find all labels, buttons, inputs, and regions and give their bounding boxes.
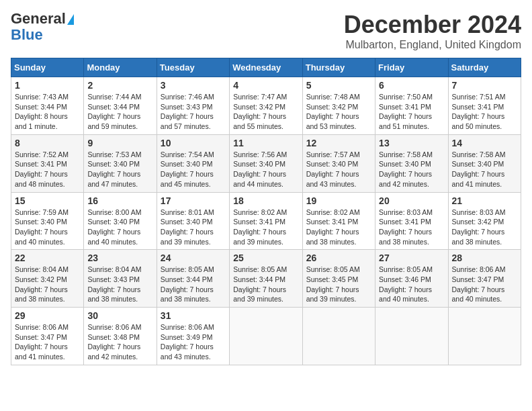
- day-info: Sunrise: 8:05 AMSunset: 3:44 PMDaylight:…: [233, 265, 298, 304]
- day-number: 4: [233, 80, 298, 91]
- day-info: Sunrise: 7:44 AMSunset: 3:44 PMDaylight:…: [87, 92, 152, 132]
- day-info: Sunrise: 8:03 AMSunset: 3:41 PMDaylight:…: [379, 208, 444, 247]
- calendar-cell: 25Sunrise: 8:05 AMSunset: 3:44 PMDayligh…: [230, 250, 302, 308]
- calendar-week-row: 1Sunrise: 7:43 AMSunset: 3:44 PMDaylight…: [11, 77, 521, 135]
- calendar-cell: 24Sunrise: 8:05 AMSunset: 3:44 PMDayligh…: [157, 250, 229, 308]
- day-number: 13: [379, 138, 444, 148]
- day-number: 29: [15, 310, 80, 321]
- day-info: Sunrise: 7:58 AMSunset: 3:40 PMDaylight:…: [452, 150, 517, 189]
- calendar-cell: 6Sunrise: 7:50 AMSunset: 3:41 PMDaylight…: [375, 77, 448, 135]
- day-info: Sunrise: 7:53 AMSunset: 3:40 PMDaylight:…: [87, 150, 152, 189]
- calendar-cell: 13Sunrise: 7:58 AMSunset: 3:40 PMDayligh…: [375, 134, 448, 192]
- calendar-cell: 15Sunrise: 7:59 AMSunset: 3:40 PMDayligh…: [11, 192, 84, 250]
- day-number: 12: [306, 138, 371, 148]
- calendar-week-row: 22Sunrise: 8:04 AMSunset: 3:42 PMDayligh…: [11, 250, 521, 308]
- day-number: 26: [306, 253, 371, 263]
- day-number: 20: [379, 195, 444, 206]
- calendar-cell: 31Sunrise: 8:06 AMSunset: 3:49 PMDayligh…: [157, 308, 229, 365]
- day-number: 6: [379, 80, 444, 91]
- logo-subtext: Blue: [11, 26, 43, 43]
- calendar-cell: 4Sunrise: 7:47 AMSunset: 3:42 PMDaylight…: [230, 77, 302, 135]
- day-number: 16: [87, 195, 152, 206]
- day-number: 9: [87, 138, 152, 148]
- calendar-table: SundayMondayTuesdayWednesdayThursdayFrid…: [11, 58, 521, 365]
- page-header: General Blue December 2024 Mulbarton, En…: [11, 11, 521, 51]
- calendar-week-row: 8Sunrise: 7:52 AMSunset: 3:41 PMDaylight…: [11, 134, 521, 192]
- calendar-cell: [230, 308, 302, 365]
- day-info: Sunrise: 7:57 AMSunset: 3:40 PMDaylight:…: [306, 150, 371, 189]
- title-area: December 2024 Mulbarton, England, United…: [344, 11, 521, 51]
- day-info: Sunrise: 7:46 AMSunset: 3:43 PMDaylight:…: [161, 92, 226, 132]
- calendar-cell: 16Sunrise: 8:00 AMSunset: 3:40 PMDayligh…: [84, 192, 157, 250]
- calendar-cell: 5Sunrise: 7:48 AMSunset: 3:42 PMDaylight…: [302, 77, 375, 135]
- calendar-week-row: 29Sunrise: 8:06 AMSunset: 3:47 PMDayligh…: [11, 308, 521, 365]
- day-info: Sunrise: 8:02 AMSunset: 3:41 PMDaylight:…: [233, 208, 298, 247]
- day-number: 30: [87, 310, 152, 321]
- calendar-cell: [302, 308, 375, 365]
- calendar-cell: 3Sunrise: 7:46 AMSunset: 3:43 PMDaylight…: [157, 77, 229, 135]
- day-number: 31: [161, 310, 226, 321]
- weekday-header-monday: Monday: [84, 58, 157, 77]
- day-info: Sunrise: 7:43 AMSunset: 3:44 PMDaylight:…: [15, 92, 80, 132]
- day-info: Sunrise: 8:05 AMSunset: 3:44 PMDaylight:…: [161, 265, 226, 304]
- weekday-header-thursday: Thursday: [302, 58, 375, 77]
- calendar-cell: 29Sunrise: 8:06 AMSunset: 3:47 PMDayligh…: [11, 308, 84, 365]
- calendar-cell: 27Sunrise: 8:05 AMSunset: 3:46 PMDayligh…: [375, 250, 448, 308]
- day-info: Sunrise: 8:02 AMSunset: 3:41 PMDaylight:…: [306, 208, 371, 247]
- calendar-cell: 19Sunrise: 8:02 AMSunset: 3:41 PMDayligh…: [302, 192, 375, 250]
- calendar-week-row: 15Sunrise: 7:59 AMSunset: 3:40 PMDayligh…: [11, 192, 521, 250]
- calendar-cell: 26Sunrise: 8:05 AMSunset: 3:45 PMDayligh…: [302, 250, 375, 308]
- weekday-header-row: SundayMondayTuesdayWednesdayThursdayFrid…: [11, 58, 521, 77]
- calendar-cell: 17Sunrise: 8:01 AMSunset: 3:40 PMDayligh…: [157, 192, 229, 250]
- weekday-header-tuesday: Tuesday: [157, 58, 229, 77]
- calendar-cell: 20Sunrise: 8:03 AMSunset: 3:41 PMDayligh…: [375, 192, 448, 250]
- calendar-cell: [448, 308, 521, 365]
- calendar-cell: 30Sunrise: 8:06 AMSunset: 3:48 PMDayligh…: [84, 308, 157, 365]
- month-title: December 2024: [344, 11, 521, 39]
- day-info: Sunrise: 7:59 AMSunset: 3:40 PMDaylight:…: [15, 208, 80, 247]
- calendar-cell: 23Sunrise: 8:04 AMSunset: 3:43 PMDayligh…: [84, 250, 157, 308]
- calendar-cell: 18Sunrise: 8:02 AMSunset: 3:41 PMDayligh…: [230, 192, 302, 250]
- calendar-cell: 10Sunrise: 7:54 AMSunset: 3:40 PMDayligh…: [157, 134, 229, 192]
- day-number: 14: [452, 138, 517, 148]
- day-number: 28: [452, 253, 517, 263]
- day-info: Sunrise: 7:47 AMSunset: 3:42 PMDaylight:…: [233, 92, 298, 132]
- day-number: 17: [161, 195, 226, 206]
- day-info: Sunrise: 8:00 AMSunset: 3:40 PMDaylight:…: [87, 208, 152, 247]
- day-number: 5: [306, 80, 371, 91]
- day-number: 8: [15, 138, 80, 148]
- day-number: 15: [15, 195, 80, 206]
- calendar-cell: 11Sunrise: 7:56 AMSunset: 3:40 PMDayligh…: [230, 134, 302, 192]
- day-info: Sunrise: 8:05 AMSunset: 3:46 PMDaylight:…: [379, 265, 444, 304]
- day-number: 21: [452, 195, 517, 206]
- day-info: Sunrise: 8:06 AMSunset: 3:47 PMDaylight:…: [452, 265, 517, 304]
- weekday-header-wednesday: Wednesday: [230, 58, 302, 77]
- day-number: 22: [15, 253, 80, 263]
- day-number: 25: [233, 253, 298, 263]
- weekday-header-saturday: Saturday: [448, 58, 521, 77]
- calendar-cell: 9Sunrise: 7:53 AMSunset: 3:40 PMDaylight…: [84, 134, 157, 192]
- day-info: Sunrise: 8:04 AMSunset: 3:43 PMDaylight:…: [87, 265, 152, 304]
- day-number: 7: [452, 80, 517, 91]
- day-info: Sunrise: 7:51 AMSunset: 3:41 PMDaylight:…: [452, 92, 517, 132]
- logo: General Blue: [11, 11, 74, 43]
- weekday-header-sunday: Sunday: [11, 58, 84, 77]
- logo-text: General: [11, 11, 74, 27]
- day-number: 2: [87, 80, 152, 91]
- day-info: Sunrise: 8:06 AMSunset: 3:49 PMDaylight:…: [161, 322, 226, 362]
- day-number: 18: [233, 195, 298, 206]
- calendar-cell: 14Sunrise: 7:58 AMSunset: 3:40 PMDayligh…: [448, 134, 521, 192]
- day-info: Sunrise: 8:01 AMSunset: 3:40 PMDaylight:…: [161, 208, 226, 247]
- day-info: Sunrise: 7:54 AMSunset: 3:40 PMDaylight:…: [161, 150, 226, 189]
- location-subtitle: Mulbarton, England, United Kingdom: [344, 39, 521, 51]
- day-info: Sunrise: 8:06 AMSunset: 3:47 PMDaylight:…: [15, 322, 80, 362]
- calendar-cell: 21Sunrise: 8:03 AMSunset: 3:42 PMDayligh…: [448, 192, 521, 250]
- day-number: 1: [15, 80, 80, 91]
- day-info: Sunrise: 8:06 AMSunset: 3:48 PMDaylight:…: [87, 322, 152, 362]
- day-info: Sunrise: 8:05 AMSunset: 3:45 PMDaylight:…: [306, 265, 371, 304]
- day-info: Sunrise: 7:56 AMSunset: 3:40 PMDaylight:…: [233, 150, 298, 189]
- day-info: Sunrise: 7:50 AMSunset: 3:41 PMDaylight:…: [379, 92, 444, 132]
- calendar-cell: 1Sunrise: 7:43 AMSunset: 3:44 PMDaylight…: [11, 77, 84, 135]
- day-number: 19: [306, 195, 371, 206]
- day-number: 23: [87, 253, 152, 263]
